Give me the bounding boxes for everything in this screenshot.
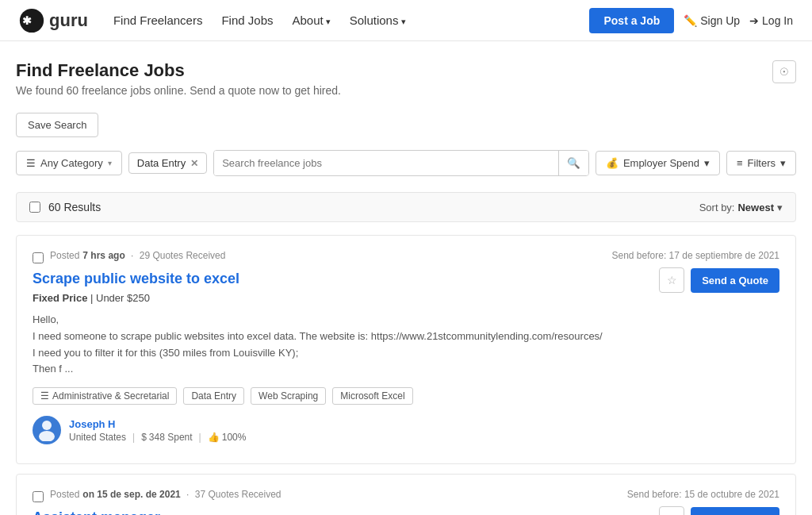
svg-point-3 — [39, 431, 55, 441]
send-quote-area-2: Send before: 15 de octubre de 2021 ☆ Sen… — [627, 489, 779, 515]
employer-meta-1: United States | $ 348 Spent | 👍 100% — [69, 432, 246, 443]
favorite-button-1[interactable]: ☆ — [659, 267, 684, 293]
signup-icon: ✏️ — [684, 14, 697, 27]
search-input-wrap: 🔍 — [213, 150, 589, 176]
search-submit-button[interactable]: 🔍 — [558, 151, 588, 175]
job-price-1: Fixed Price | Under $250 — [33, 292, 603, 304]
logo-icon: ✱ — [19, 8, 44, 33]
employer-country-1: United States — [69, 432, 126, 443]
send-quote-button-2[interactable]: Send a Quote — [691, 507, 779, 515]
login-icon: ➔ — [749, 14, 759, 27]
save-search-button[interactable]: Save Search — [16, 113, 98, 137]
sign-up-link[interactable]: ✏️ Sign Up — [684, 14, 740, 27]
log-in-link[interactable]: ➔ Log In — [749, 14, 793, 27]
job-quotes-1: 29 Quotes Received — [140, 250, 226, 261]
nav-find-freelancers[interactable]: Find Freelancers — [113, 13, 203, 27]
page-header-text: Find Freelance Jobs We found 60 freelanc… — [16, 60, 341, 97]
sort-by-area: Sort by: Newest ▾ — [699, 202, 783, 213]
sort-value: Newest — [737, 202, 774, 213]
results-count: 60 Results — [48, 201, 101, 213]
send-actions-1: ☆ Send a Quote — [659, 267, 779, 293]
employer-spent-1: $ 348 Spent — [141, 432, 192, 443]
send-quote-area-1: Send before: 17 de septiembre de 2021 ☆ … — [612, 250, 780, 293]
job-card-left-2: Posted on 15 de sep. de 2021 · 37 Quotes… — [33, 489, 282, 515]
employer-info-1: Joseph H United States | $ 348 Spent | 👍 — [33, 416, 603, 444]
job-title-link-2[interactable]: Assistant manager — [33, 509, 282, 515]
filters-arrow-icon: ▾ — [780, 157, 786, 169]
search-input[interactable] — [214, 151, 558, 175]
logo[interactable]: ✱ guru — [19, 8, 88, 33]
page-subtitle: We found 60 freelance jobs online. Send … — [16, 84, 341, 97]
data-entry-tag: Data Entry ✕ — [128, 152, 207, 174]
employer-hire-rate-1: 👍 100% — [208, 432, 247, 443]
results-header: 60 Results Sort by: Newest ▾ — [16, 192, 796, 222]
post-job-button[interactable]: Post a Job — [589, 8, 674, 33]
tag-icon: ☰ — [40, 390, 49, 402]
job-desc-1: Hello, I need someone to scrape public w… — [33, 312, 603, 378]
page-container: Find Freelance Jobs We found 60 freelanc… — [0, 41, 812, 515]
sort-arrow-icon[interactable]: ▾ — [777, 202, 783, 213]
job-card-1: Posted 7 hrs ago · 29 Quotes Received Sc… — [16, 235, 796, 464]
spent-icon: $ — [141, 432, 147, 443]
svg-point-2 — [42, 421, 52, 430]
favorite-button-2[interactable]: ☆ — [659, 506, 684, 515]
job-tags-1: ☰ Administrative & Secretarial Data Entr… — [33, 387, 603, 405]
select-all-checkbox[interactable] — [29, 202, 40, 213]
job-card-header-2: Posted on 15 de sep. de 2021 · 37 Quotes… — [33, 489, 779, 515]
employer-name-link-1[interactable]: Joseph H — [69, 418, 116, 430]
send-actions-2: ☆ Send a Quote — [659, 506, 779, 515]
svg-text:✱: ✱ — [22, 14, 32, 27]
send-deadline-2: Send before: 15 de octubre de 2021 — [627, 489, 779, 500]
job-posted-time-2: on 15 de sep. de 2021 — [82, 489, 180, 500]
hire-rate-icon: 👍 — [208, 432, 220, 443]
nav-about[interactable]: About — [292, 13, 330, 27]
category-filter-button[interactable]: ☰ Any Category ▾ — [16, 151, 122, 175]
navbar: ✱ guru Find Freelancers Find Jobs About … — [0, 0, 812, 41]
nav-find-jobs[interactable]: Find Jobs — [221, 13, 273, 27]
job-quotes-2: 37 Quotes Received — [195, 489, 282, 500]
rss-button[interactable]: ☉ — [772, 60, 796, 83]
search-bar: ☰ Any Category ▾ Data Entry ✕ 🔍 💰 Employ… — [16, 150, 796, 176]
send-quote-button-1[interactable]: Send a Quote — [691, 268, 779, 293]
job-meta-2: Posted on 15 de sep. de 2021 · 37 Quotes… — [50, 489, 282, 500]
job-card-2: Posted on 15 de sep. de 2021 · 37 Quotes… — [16, 474, 796, 515]
remove-tag-button[interactable]: ✕ — [190, 158, 198, 169]
job-title-link-1[interactable]: Scrape public website to excel — [33, 271, 603, 287]
job-meta-1: Posted 7 hrs ago · 29 Quotes Received — [50, 250, 225, 261]
filters-button[interactable]: ≡ Filters ▾ — [726, 151, 796, 175]
job-card-header-1: Posted 7 hrs ago · 29 Quotes Received Sc… — [33, 250, 779, 444]
job-tag-admin: ☰ Administrative & Secretarial — [33, 387, 177, 405]
job-card-left-1: Posted 7 hrs ago · 29 Quotes Received Sc… — [33, 250, 603, 444]
employer-spend-button[interactable]: 💰 Employer Spend ▾ — [596, 151, 720, 175]
job-tag-excel: Microsoft Excel — [332, 387, 412, 405]
nav-actions: Post a Job ✏️ Sign Up ➔ Log In — [589, 8, 793, 33]
filter-lines-icon: ☰ — [26, 157, 36, 169]
employer-spend-icon: 💰 — [606, 157, 619, 169]
nav-solutions[interactable]: Solutions — [350, 13, 406, 27]
nav-links: Find Freelancers Find Jobs About Solutio… — [113, 13, 590, 27]
rss-icon: ☉ — [779, 66, 789, 78]
brand-name: guru — [49, 10, 88, 31]
send-deadline-1: Send before: 17 de septiembre de 2021 — [612, 250, 780, 261]
job-posted-time-1: 7 hrs ago — [82, 250, 124, 261]
employer-details-1: Joseph H United States | $ 348 Spent | 👍 — [69, 417, 246, 443]
job-tag-data-entry: Data Entry — [183, 387, 244, 405]
job-tag-web-scraping: Web Scraping — [251, 387, 326, 405]
job-select-checkbox-1[interactable] — [33, 252, 44, 263]
employer-avatar-1 — [33, 416, 61, 444]
job-select-checkbox-2[interactable] — [33, 491, 44, 502]
search-icon: 🔍 — [567, 157, 580, 169]
category-arrow-icon: ▾ — [108, 159, 112, 167]
employer-spend-arrow-icon: ▾ — [704, 157, 710, 169]
page-header: Find Freelance Jobs We found 60 freelanc… — [16, 60, 796, 97]
filters-icon: ≡ — [737, 157, 743, 169]
page-title: Find Freelance Jobs — [16, 60, 341, 81]
results-check-area: 60 Results — [29, 201, 101, 213]
